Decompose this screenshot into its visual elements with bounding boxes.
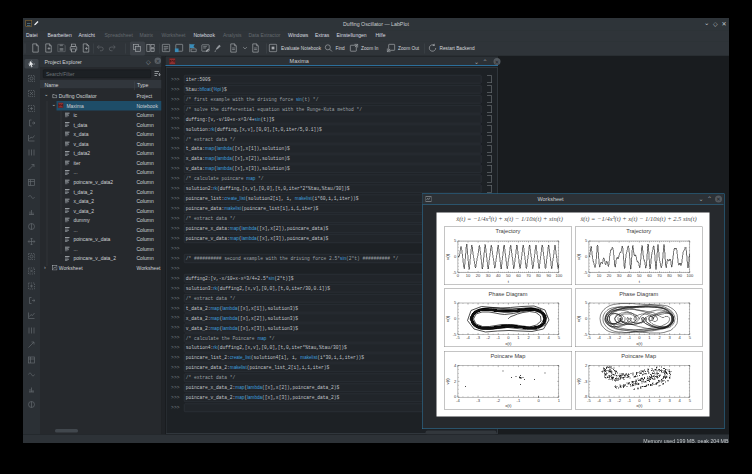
svg-text:-4: -4 xyxy=(456,398,460,403)
svg-text:2: 2 xyxy=(527,335,530,340)
svg-text:40: 40 xyxy=(627,273,632,278)
svg-text:-3: -3 xyxy=(607,335,611,340)
svg-text:10: 10 xyxy=(597,273,602,278)
svg-text:100: 100 xyxy=(555,273,563,278)
svg-text:0: 0 xyxy=(585,254,588,259)
svg-text:x(t): x(t) xyxy=(505,403,512,408)
svg-text:-1: -1 xyxy=(517,398,521,403)
svg-text:-3: -3 xyxy=(476,398,480,403)
svg-text:2: 2 xyxy=(658,398,661,403)
svg-text:3: 3 xyxy=(668,398,671,403)
svg-text:40: 40 xyxy=(496,273,501,278)
svg-text:-2: -2 xyxy=(617,398,621,403)
svg-text:v(t): v(t) xyxy=(445,378,450,385)
svg-text:-3: -3 xyxy=(476,335,480,340)
svg-text:2: 2 xyxy=(585,363,588,368)
svg-text:x(t): x(t) xyxy=(636,403,643,408)
svg-text:x(t): x(t) xyxy=(445,253,450,260)
svg-text:v(t): v(t) xyxy=(576,315,581,322)
svg-text:-2: -2 xyxy=(497,398,501,403)
svg-text:90: 90 xyxy=(547,273,552,278)
svg-text:10: 10 xyxy=(466,273,471,278)
svg-text:-2: -2 xyxy=(486,335,490,340)
svg-text:60: 60 xyxy=(516,273,521,278)
svg-text:0: 0 xyxy=(454,254,457,259)
svg-text:5: 5 xyxy=(558,335,561,340)
svg-text:5: 5 xyxy=(454,300,457,305)
svg-text:-5: -5 xyxy=(587,398,591,403)
svg-text:t: t xyxy=(508,279,510,284)
svg-text:0: 0 xyxy=(588,273,591,278)
svg-text:4: 4 xyxy=(678,398,681,403)
svg-text:5: 5 xyxy=(454,238,457,243)
svg-text:x(t): x(t) xyxy=(576,253,581,260)
svg-text:30: 30 xyxy=(486,273,491,278)
svg-text:t: t xyxy=(639,279,641,284)
svg-text:-5: -5 xyxy=(456,335,460,340)
svg-text:1: 1 xyxy=(558,398,561,403)
svg-text:5: 5 xyxy=(585,238,588,243)
svg-text:0: 0 xyxy=(638,335,641,340)
svg-text:0: 0 xyxy=(457,273,460,278)
svg-text:50: 50 xyxy=(506,273,511,278)
svg-text:0: 0 xyxy=(638,398,641,403)
svg-text:-1: -1 xyxy=(497,335,501,340)
svg-text:60: 60 xyxy=(647,273,652,278)
svg-text:50: 50 xyxy=(637,273,642,278)
svg-text:-1: -1 xyxy=(627,398,631,403)
svg-text:2: 2 xyxy=(454,379,457,384)
svg-text:80: 80 xyxy=(667,273,672,278)
svg-text:-2: -2 xyxy=(617,335,621,340)
svg-text:v(t): v(t) xyxy=(576,378,581,385)
svg-text:-3: -3 xyxy=(607,398,611,403)
svg-text:80: 80 xyxy=(536,273,541,278)
svg-text:2: 2 xyxy=(658,335,661,340)
svg-text:4: 4 xyxy=(454,363,457,368)
svg-text:3: 3 xyxy=(538,335,541,340)
svg-text:-1: -1 xyxy=(627,335,631,340)
svg-text:5: 5 xyxy=(688,398,691,403)
svg-text:90: 90 xyxy=(677,273,682,278)
svg-text:-4: -4 xyxy=(597,335,601,340)
svg-text:20: 20 xyxy=(476,273,481,278)
svg-text:1: 1 xyxy=(648,398,651,403)
svg-text:20: 20 xyxy=(607,273,612,278)
svg-text:0: 0 xyxy=(507,335,510,340)
svg-text:100: 100 xyxy=(686,273,694,278)
svg-text:1: 1 xyxy=(648,335,651,340)
svg-text:v(t): v(t) xyxy=(445,315,450,322)
svg-text:-4: -4 xyxy=(466,335,470,340)
svg-text:1: 1 xyxy=(517,335,520,340)
svg-text:0: 0 xyxy=(538,398,541,403)
svg-text:-5: -5 xyxy=(587,335,591,340)
svg-text:4: 4 xyxy=(678,335,681,340)
svg-text:x(t): x(t) xyxy=(636,341,643,346)
svg-text:-4: -4 xyxy=(597,398,601,403)
svg-text:5: 5 xyxy=(585,300,588,305)
svg-text:-3: -3 xyxy=(584,379,588,384)
svg-text:4: 4 xyxy=(548,335,551,340)
svg-text:0: 0 xyxy=(585,316,588,321)
svg-text:5: 5 xyxy=(688,335,691,340)
svg-text:70: 70 xyxy=(657,273,662,278)
svg-text:x(t): x(t) xyxy=(505,341,512,346)
svg-text:30: 30 xyxy=(617,273,622,278)
svg-text:70: 70 xyxy=(526,273,531,278)
svg-text:0: 0 xyxy=(454,316,457,321)
svg-text:3: 3 xyxy=(668,335,671,340)
